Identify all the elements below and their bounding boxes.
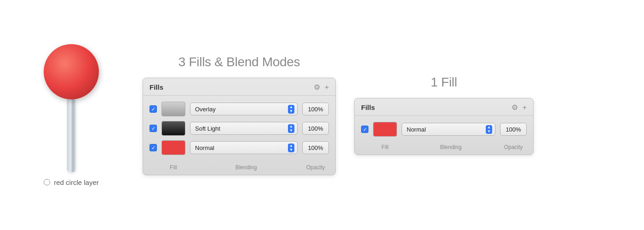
fill-row-softlight-checkbox[interactable]: ✓ <box>150 125 157 132</box>
fill-opacity-normal[interactable]: 100% <box>302 141 329 154</box>
footer-labels: Fill Blending Opacity <box>150 163 329 171</box>
checkmark-icon: ✓ <box>151 126 155 131</box>
one-fill-checkbox[interactable]: ✓ <box>361 126 368 133</box>
one-fill-opacity[interactable]: 100% <box>500 123 527 136</box>
three-fills-title: 3 Fills & Blend Modes <box>178 55 300 69</box>
fill-opacity-overlay[interactable]: 100% <box>302 103 329 115</box>
one-fill-swatch[interactable] <box>373 122 397 137</box>
one-fill-plus-icon[interactable]: + <box>523 104 527 112</box>
fill-row-normal-checkbox[interactable]: ✓ <box>150 144 157 151</box>
fill-swatch-softlight[interactable] <box>161 121 185 136</box>
footer-opacity-label: Opacity <box>306 164 325 171</box>
one-fill-title: 1 Fill <box>431 75 457 90</box>
pin-ball <box>44 44 99 99</box>
footer-blending-label: Blending <box>236 164 257 171</box>
fill-blend-select-normal[interactable]: Normal ▲ ▼ <box>190 141 298 154</box>
layer-circle-icon <box>44 179 50 185</box>
three-fills-panel-title: Fills <box>150 83 163 91</box>
fill-swatch-normal[interactable] <box>161 140 185 155</box>
one-footer-opacity-label: Opacity <box>504 144 523 150</box>
fill-row-overlay-checkbox[interactable]: ✓ <box>150 105 157 113</box>
pin-illustration <box>34 44 108 173</box>
fill-row-normal: ✓ Normal ▲ ▼ 100% <box>150 138 329 157</box>
fill-blend-select-softlight[interactable]: Soft Light ▲ ▼ <box>190 122 298 135</box>
select-arrows-icon: ▲ ▼ <box>288 105 294 114</box>
one-fill-rows: ✓ Normal ▲ ▼ 100% <box>355 116 533 141</box>
three-fills-gear-icon[interactable]: ⚙ <box>314 83 320 92</box>
fill-row-overlay: ✓ Overlay ▲ ▼ 100% <box>150 99 329 119</box>
one-footer-blending-label: Blending <box>440 144 462 150</box>
one-fill-header-actions: ⚙ + <box>512 103 527 112</box>
one-footer-fill-label: Fill <box>381 144 388 150</box>
three-fills-panel: Fills ⚙ + ✓ Overlay ▲ <box>143 78 336 175</box>
pin-section: red circle layer <box>18 44 124 186</box>
footer-fill-label: Fill <box>170 164 177 171</box>
one-footer-labels: Fill Blending Opacity <box>361 143 527 151</box>
fill-swatch-overlay[interactable] <box>161 102 185 116</box>
main-container: red circle layer 3 Fills & Blend Modes F… <box>18 44 626 186</box>
one-fill-panel-title: Fills <box>361 104 375 111</box>
select-arrows-icon: ▲ ▼ <box>288 144 294 152</box>
select-arrows-icon: ▲ ▼ <box>486 125 492 134</box>
checkmark-icon: ✓ <box>151 107 155 112</box>
layer-row: red circle layer <box>44 178 99 186</box>
three-fills-header-actions: ⚙ + <box>314 83 329 92</box>
fill-opacity-softlight[interactable]: 100% <box>302 122 329 135</box>
one-fill-panel: Fills ⚙ + ✓ Normal ▲ <box>354 98 534 155</box>
one-fill-row: ✓ Normal ▲ ▼ 100% <box>361 120 527 139</box>
one-fill-section: 1 Fill Fills ⚙ + ✓ Normal <box>354 75 534 155</box>
one-fill-blend-mode-label: Normal <box>407 126 426 133</box>
blend-mode-overlay-label: Overlay <box>195 106 216 113</box>
three-fills-section: 3 Fills & Blend Modes Fills ⚙ + ✓ Overl <box>143 55 336 175</box>
checkmark-icon: ✓ <box>363 127 367 132</box>
select-arrows-icon: ▲ ▼ <box>288 124 294 133</box>
blend-mode-normal-label: Normal <box>195 144 214 151</box>
three-fills-rows: ✓ Overlay ▲ ▼ 100% <box>143 96 335 161</box>
three-fills-panel-header: Fills ⚙ + <box>143 78 335 96</box>
three-fills-footer: Fill Blending Opacity <box>143 161 335 175</box>
checkmark-icon: ✓ <box>151 145 155 150</box>
one-fill-footer: Fill Blending Opacity <box>355 141 533 155</box>
fill-row-softlight: ✓ Soft Light ▲ ▼ 100% <box>150 119 329 138</box>
pin-stem <box>67 98 75 172</box>
one-fill-panel-header: Fills ⚙ + <box>355 98 533 116</box>
blend-mode-softlight-label: Soft Light <box>195 125 220 132</box>
three-fills-plus-icon[interactable]: + <box>325 83 329 92</box>
one-fill-gear-icon[interactable]: ⚙ <box>512 103 518 112</box>
one-fill-blend-select[interactable]: Normal ▲ ▼ <box>402 123 495 136</box>
layer-label: red circle layer <box>54 178 99 186</box>
fill-blend-select-overlay[interactable]: Overlay ▲ ▼ <box>190 103 298 115</box>
